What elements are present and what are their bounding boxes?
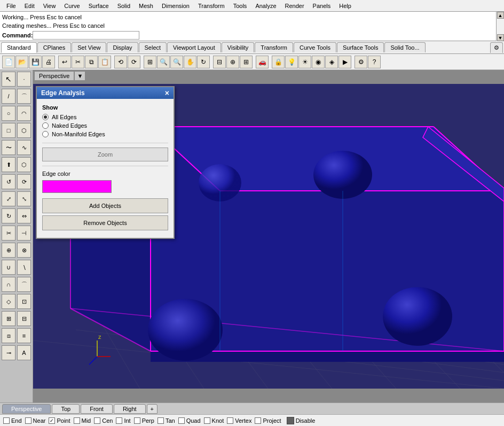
tb-zoom-in[interactable]: 🔍 xyxy=(157,56,170,68)
snap-cen[interactable]: Cen xyxy=(94,417,113,424)
snap-knot-check[interactable] xyxy=(204,417,210,424)
edge-analysis-close-button[interactable]: × xyxy=(165,89,169,97)
snap-tan-check[interactable] xyxy=(158,417,164,424)
status-scrollbar[interactable]: ▲ ▼ xyxy=(496,12,504,41)
tb-print[interactable]: 🖨 xyxy=(42,56,55,68)
snap-quad[interactable]: Quad xyxy=(178,417,201,424)
viewport-area[interactable]: z Perspective▼ Edge Analysis × Show A xyxy=(33,70,504,402)
menu-file[interactable]: File xyxy=(2,2,20,10)
lt-trim[interactable]: ✂ xyxy=(2,226,15,241)
tb-rotate[interactable]: ↻ xyxy=(197,56,210,68)
lt-dim[interactable]: ⊸ xyxy=(2,345,15,360)
lt-layer[interactable]: ⧈ xyxy=(2,328,15,343)
tb-grid[interactable]: ⊞ xyxy=(240,56,253,68)
tab-cplanes[interactable]: CPlanes xyxy=(37,42,72,52)
tab-setview[interactable]: Set View xyxy=(72,42,106,52)
snap-point[interactable]: Point xyxy=(49,417,70,424)
lt-rect[interactable]: □ xyxy=(2,123,15,138)
viewport-dropdown[interactable]: ▼ xyxy=(74,71,85,81)
lt-polygon[interactable]: ⬡ xyxy=(17,123,31,138)
lt-text[interactable]: A xyxy=(17,345,31,360)
tab-surface-tools[interactable]: Surface Tools xyxy=(337,42,384,52)
tb-settings[interactable]: ⚙ xyxy=(355,56,367,68)
tab-standard[interactable]: Standard xyxy=(1,42,37,53)
menu-solid[interactable]: Solid xyxy=(113,2,135,10)
edge-color-swatch[interactable] xyxy=(42,180,112,193)
scroll-up-arrow[interactable]: ▲ xyxy=(497,12,504,19)
snap-project[interactable]: Project xyxy=(255,417,281,424)
tb-zoom-extend[interactable]: ⊞ xyxy=(144,56,156,68)
tb-sun[interactable]: ☀ xyxy=(298,56,311,68)
remove-objects-button[interactable]: Remove Objects xyxy=(42,215,168,230)
snap-knot[interactable]: Knot xyxy=(204,417,224,424)
snap-vertex-check[interactable] xyxy=(227,417,233,424)
radio-all-edges[interactable]: All Edges xyxy=(42,114,168,120)
snap-disable[interactable]: Disable xyxy=(287,417,316,424)
snap-end-check[interactable] xyxy=(3,417,10,424)
tb-help[interactable]: ? xyxy=(368,56,381,68)
lt-loft[interactable]: ⬡ xyxy=(17,157,31,172)
lt-boolean-diff[interactable]: ∖ xyxy=(17,260,31,275)
tb-new[interactable]: 📄 xyxy=(2,56,15,68)
tab-visibility[interactable]: Visibility xyxy=(222,42,255,52)
lt-spline[interactable]: ∿ xyxy=(17,140,31,155)
snap-near-check[interactable] xyxy=(25,417,32,424)
menu-edit[interactable]: Edit xyxy=(20,2,39,10)
menu-panels[interactable]: Panels xyxy=(309,2,335,10)
menu-analyze[interactable]: Analyze xyxy=(251,2,280,10)
snap-perp[interactable]: Perp xyxy=(134,417,154,424)
snap-project-check[interactable] xyxy=(255,417,261,424)
snap-mid[interactable]: Mid xyxy=(74,417,91,424)
lt-point[interactable]: · xyxy=(17,72,31,87)
radio-naked-edges[interactable]: Naked Edges xyxy=(42,122,168,129)
vp-tab-top[interactable]: Top xyxy=(52,404,80,414)
lt-line[interactable]: / xyxy=(2,89,15,104)
menu-transform[interactable]: Transform xyxy=(194,2,229,10)
tb-zoom-out[interactable]: 🔍 xyxy=(170,56,183,68)
vp-tab-front[interactable]: Front xyxy=(81,404,113,414)
snap-int-check[interactable] xyxy=(116,417,122,424)
tb-light[interactable]: 💡 xyxy=(285,56,298,68)
lt-revolve[interactable]: ↺ xyxy=(2,174,15,189)
menu-render[interactable]: Render xyxy=(281,2,309,10)
lt-grid-array[interactable]: ⊞ xyxy=(2,311,15,326)
tb-sphere[interactable]: ◉ xyxy=(312,56,325,68)
snap-cen-check[interactable] xyxy=(94,417,100,424)
tb-copy[interactable]: ⧉ xyxy=(85,56,98,68)
snap-int[interactable]: Int xyxy=(116,417,130,424)
menu-surface[interactable]: Surface xyxy=(84,2,113,10)
tab-more[interactable]: ⚙ xyxy=(490,42,503,53)
zoom-button[interactable]: Zoom xyxy=(42,148,168,161)
tb-cut[interactable]: ✂ xyxy=(72,56,84,68)
snap-mid-check[interactable] xyxy=(74,417,80,424)
lt-circle[interactable]: ○ xyxy=(2,106,15,121)
tab-solid-tools[interactable]: Solid Too... xyxy=(384,42,425,52)
lt-chamfer[interactable]: ◇ xyxy=(2,294,15,309)
radio-nonmanifold-edges[interactable]: Non-Manifold Edges xyxy=(42,131,168,137)
tb-open[interactable]: 📂 xyxy=(15,56,28,68)
lt-scale[interactable]: ⤡ xyxy=(17,191,31,206)
menu-dimension[interactable]: Dimension xyxy=(158,2,194,10)
tb-undo2[interactable]: ⟲ xyxy=(114,56,127,68)
lt-fillet[interactable]: ⌒ xyxy=(17,277,31,292)
lt-rotate[interactable]: ↻ xyxy=(2,208,15,223)
menu-view[interactable]: View xyxy=(39,2,60,10)
tb-car[interactable]: 🚗 xyxy=(256,56,269,68)
lt-boolean-union[interactable]: ∪ xyxy=(2,260,15,275)
vp-tab-perspective[interactable]: Perspective xyxy=(2,404,51,414)
tab-display[interactable]: Display xyxy=(107,42,138,52)
lt-arc[interactable]: ◠ xyxy=(17,106,31,121)
menu-mesh[interactable]: Mesh xyxy=(135,2,158,10)
snap-vertex[interactable]: Vertex xyxy=(227,417,251,424)
edge-analysis-titlebar[interactable]: Edge Analysis × xyxy=(37,87,174,99)
lt-array2[interactable]: ⊟ xyxy=(17,311,31,326)
viewport-label[interactable]: Perspective xyxy=(34,71,74,81)
menu-help[interactable]: Help xyxy=(335,2,356,10)
lt-freeform[interactable]: 〜 xyxy=(2,140,15,155)
tab-transform[interactable]: Transform xyxy=(255,42,293,52)
vp-tab-add[interactable]: + xyxy=(147,404,158,414)
snap-tan[interactable]: Tan xyxy=(158,417,175,424)
lt-sweep[interactable]: ⟳ xyxy=(17,174,31,189)
menu-tools[interactable]: Tools xyxy=(229,2,251,10)
scroll-down-arrow[interactable]: ▼ xyxy=(497,34,504,41)
